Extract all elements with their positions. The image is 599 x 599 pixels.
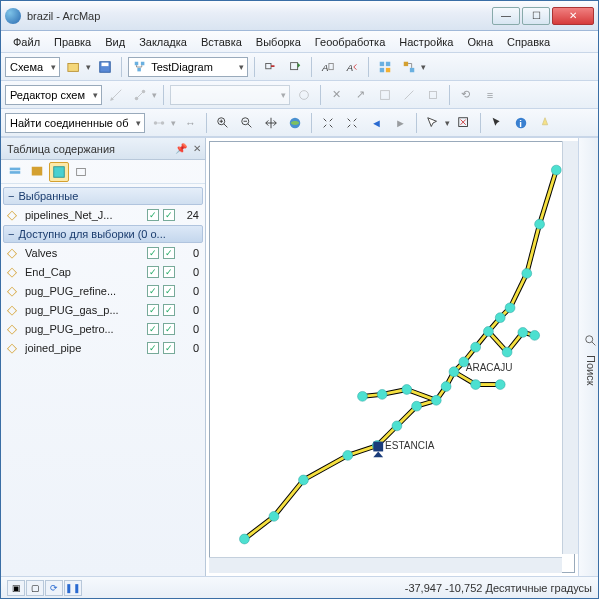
- selectable-checkbox[interactable]: ✓: [147, 285, 159, 297]
- save-diagram-icon[interactable]: [95, 57, 115, 77]
- menu-help[interactable]: Справка: [501, 34, 556, 50]
- full-extent-icon[interactable]: [285, 113, 305, 133]
- clear-selection-icon[interactable]: [454, 113, 474, 133]
- schema-dropdown[interactable]: Схема: [5, 57, 60, 77]
- next-extent-icon: ►: [390, 113, 410, 133]
- prev-extent-icon[interactable]: ◄: [366, 113, 386, 133]
- menu-view[interactable]: Вид: [99, 34, 131, 50]
- vertical-scrollbar[interactable]: [562, 141, 578, 554]
- statusbar: ▣ ▢ ⟳ ❚❚ -37,947 -10,752 Десятичные град…: [1, 576, 598, 598]
- pin-icon[interactable]: 📌: [175, 143, 187, 154]
- layout-view-button[interactable]: ▢: [26, 580, 44, 596]
- svg-line-68: [540, 170, 557, 224]
- visible-checkbox[interactable]: ✓: [163, 209, 175, 221]
- schematic-editor-dropdown[interactable]: Редактор схем: [5, 85, 102, 105]
- layer-item[interactable]: pipelines_Net_J... ✓ ✓ 24: [3, 206, 203, 224]
- toc-tree[interactable]: − Выбранные pipelines_Net_J... ✓ ✓ 24 − …: [1, 184, 205, 576]
- open-diagram-icon[interactable]: [64, 57, 84, 77]
- selectable-checkbox[interactable]: ✓: [147, 266, 159, 278]
- menu-insert[interactable]: Вставка: [195, 34, 248, 50]
- titlebar[interactable]: brazil - ArcMap — ☐ ✕: [1, 1, 598, 31]
- menu-windows[interactable]: Окна: [461, 34, 499, 50]
- menu-customize[interactable]: Настройка: [393, 34, 459, 50]
- visible-checkbox[interactable]: ✓: [163, 247, 175, 259]
- svg-rect-13: [380, 67, 384, 71]
- edit-vertices-icon: [130, 85, 150, 105]
- toc-title[interactable]: Таблица содержания 📌 ✕: [1, 138, 205, 160]
- close-button[interactable]: ✕: [552, 7, 594, 25]
- menu-selection[interactable]: Выборка: [250, 34, 307, 50]
- visible-checkbox[interactable]: ✓: [163, 323, 175, 335]
- dropdown-arrow-icon[interactable]: ▾: [445, 118, 450, 128]
- layer-item[interactable]: pug_PUG_refine... ✓ ✓ 0: [3, 282, 203, 300]
- close-panel-icon[interactable]: ✕: [193, 143, 201, 154]
- svg-point-98: [495, 313, 505, 323]
- dropdown-arrow-icon[interactable]: ▾: [86, 62, 91, 72]
- minimize-button[interactable]: —: [492, 7, 520, 25]
- zoom-in-fixed-icon[interactable]: [318, 113, 338, 133]
- find-connected-combo[interactable]: Найти соединенные об: [5, 113, 145, 133]
- layer-item[interactable]: pug_PUG_petro... ✓ ✓ 0: [3, 320, 203, 338]
- svg-rect-7: [291, 62, 298, 69]
- feature-count: 0: [179, 247, 199, 259]
- zoom-out-icon[interactable]: [237, 113, 257, 133]
- pan-icon[interactable]: [261, 113, 281, 133]
- menu-file[interactable]: Файл: [7, 34, 46, 50]
- pause-drawing-button[interactable]: ❚❚: [64, 580, 82, 596]
- svg-point-99: [505, 303, 515, 313]
- menu-edit[interactable]: Правка: [48, 34, 97, 50]
- dropdown-arrow-icon[interactable]: ▾: [421, 62, 426, 72]
- selectable-checkbox[interactable]: ✓: [147, 209, 159, 221]
- list-by-source-icon[interactable]: [27, 162, 47, 182]
- apply-layout-icon: [294, 85, 314, 105]
- select-features-icon[interactable]: [423, 113, 443, 133]
- align-icon: ≡: [480, 85, 500, 105]
- expander-icon[interactable]: −: [8, 190, 14, 202]
- horizontal-scrollbar[interactable]: [209, 557, 562, 573]
- zoom-in-icon[interactable]: [213, 113, 233, 133]
- visible-checkbox[interactable]: ✓: [163, 342, 175, 354]
- selectable-checkbox[interactable]: ✓: [147, 323, 159, 335]
- table-of-contents-panel: Таблица содержания 📌 ✕ − Выбранные pipel…: [1, 138, 206, 576]
- propagate-icon[interactable]: [261, 57, 281, 77]
- layout-task-icon[interactable]: A: [318, 57, 338, 77]
- svg-text:A: A: [346, 61, 353, 72]
- identify-icon[interactable]: i: [511, 113, 531, 133]
- menu-geoprocessing[interactable]: Геообработка: [309, 34, 392, 50]
- map-canvas[interactable]: ARACAJUESTANCIA: [209, 141, 575, 573]
- svg-point-104: [495, 380, 505, 390]
- search-panel-collapsed[interactable]: Поиск: [578, 138, 598, 576]
- list-by-visibility-icon[interactable]: [71, 162, 91, 182]
- selectable-checkbox[interactable]: ✓: [147, 342, 159, 354]
- map-label: ARACAJU: [466, 362, 513, 373]
- select-elements-icon[interactable]: [487, 113, 507, 133]
- selectable-checkbox[interactable]: ✓: [147, 304, 159, 316]
- visible-checkbox[interactable]: ✓: [163, 304, 175, 316]
- visible-checkbox[interactable]: ✓: [163, 285, 175, 297]
- group-available[interactable]: − Доступно для выборки (0 о...: [3, 225, 203, 243]
- expander-icon[interactable]: −: [8, 228, 14, 240]
- decrease-symbol-icon[interactable]: A: [342, 57, 362, 77]
- feature-count: 0: [179, 342, 199, 354]
- update-diagram-icon[interactable]: [285, 57, 305, 77]
- layer-name: pug_PUG_petro...: [25, 323, 143, 335]
- data-view-button[interactable]: ▣: [7, 580, 25, 596]
- schematic-options-icon[interactable]: [375, 57, 395, 77]
- list-by-selection-icon[interactable]: [49, 162, 69, 182]
- layer-item[interactable]: pug_PUG_gas_p... ✓ ✓ 0: [3, 301, 203, 319]
- selectable-checkbox[interactable]: ✓: [147, 247, 159, 259]
- list-by-drawing-icon[interactable]: [5, 162, 25, 182]
- group-selected[interactable]: − Выбранные: [3, 187, 203, 205]
- diagram-combo[interactable]: TestDiagram: [128, 57, 248, 77]
- layer-item[interactable]: Valves ✓ ✓ 0: [3, 244, 203, 262]
- layer-item[interactable]: joined_pipe ✓ ✓ 0: [3, 339, 203, 357]
- schematic-builder-icon[interactable]: [399, 57, 419, 77]
- svg-point-22: [154, 121, 158, 125]
- visible-checkbox[interactable]: ✓: [163, 266, 175, 278]
- menu-bookmark[interactable]: Закладка: [133, 34, 193, 50]
- layer-item[interactable]: End_Cap ✓ ✓ 0: [3, 263, 203, 281]
- maximize-button[interactable]: ☐: [522, 7, 550, 25]
- refresh-button[interactable]: ⟳: [45, 580, 63, 596]
- zoom-out-fixed-icon[interactable]: [342, 113, 362, 133]
- search-icon: [584, 334, 598, 348]
